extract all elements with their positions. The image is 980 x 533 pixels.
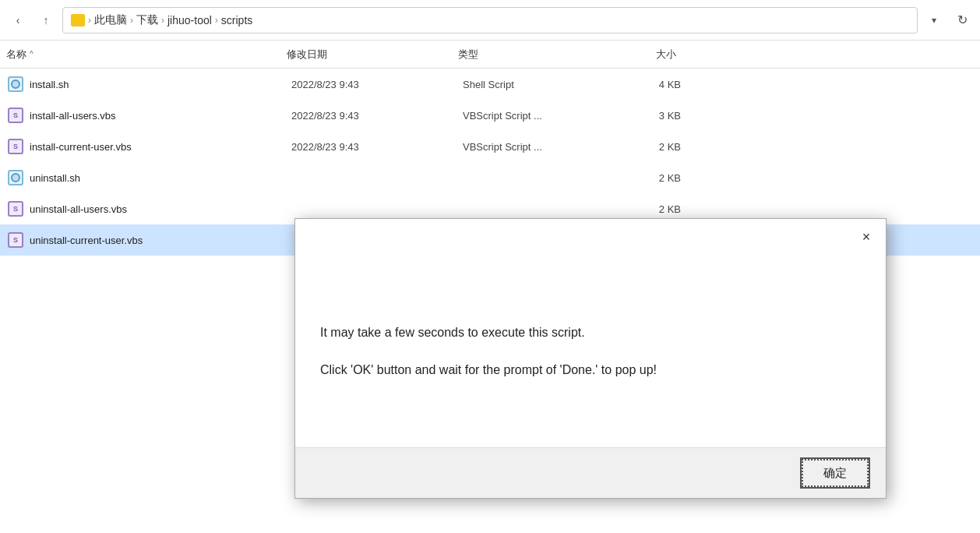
- dialog-content: It may take a few seconds to execute thi…: [295, 255, 886, 447]
- address-bar: ‹ ↑ › 此电脑 › 下载 › jihuo-tool › scripts ▾ …: [0, 0, 980, 41]
- file-type: VBScript Script ...: [463, 141, 619, 153]
- file-icon-sh: [6, 75, 25, 94]
- file-name: install-all-users.vbs: [30, 110, 291, 122]
- table-row[interactable]: uninstall.sh 2 KB: [0, 162, 980, 193]
- breadcrumb-sep-3: ›: [161, 15, 164, 26]
- sort-icon: ^: [30, 50, 33, 58]
- file-icon-vbs: [6, 106, 25, 125]
- file-icon-vbs: [6, 199, 25, 218]
- file-icon-vbs: [6, 231, 25, 249]
- breadcrumb-download[interactable]: 下载: [136, 13, 158, 27]
- file-icon-sh: [6, 168, 25, 187]
- breadcrumb-sep-4: ›: [215, 15, 218, 26]
- table-row[interactable]: install-all-users.vbs 2022/8/23 9:43 VBS…: [0, 100, 980, 131]
- column-headers: 名称 ^ 修改日期 类型 大小: [0, 41, 980, 69]
- dialog-line-1: It may take a few seconds to execute thi…: [320, 323, 861, 342]
- file-date: 2022/8/23 9:43: [291, 79, 463, 90]
- file-name: uninstall-all-users.vbs: [30, 203, 291, 215]
- breadcrumb: › 此电脑 › 下载 › jihuo-tool › scripts: [62, 7, 918, 34]
- dialog-line-2: Click 'OK' button and wait for the promp…: [320, 361, 861, 379]
- table-row[interactable]: install.sh 2022/8/23 9:43 Shell Script 4…: [0, 69, 980, 100]
- file-size: 2 KB: [619, 141, 696, 153]
- breadcrumb-sep-2: ›: [130, 15, 133, 26]
- ok-button[interactable]: 确定: [800, 457, 870, 489]
- breadcrumb-scripts[interactable]: scripts: [221, 14, 252, 26]
- col-header-type[interactable]: 类型: [458, 48, 614, 62]
- dialog-footer: 确定: [295, 447, 886, 498]
- file-name: uninstall.sh: [30, 172, 291, 184]
- file-type: Shell Script: [463, 79, 619, 90]
- breadcrumb-jihuo[interactable]: jihuo-tool: [167, 14, 212, 26]
- breadcrumb-dropdown-button[interactable]: ▾: [922, 9, 946, 32]
- file-size: 2 KB: [619, 172, 696, 184]
- file-date: 2022/8/23 9:43: [291, 110, 463, 122]
- col-header-date[interactable]: 修改日期: [287, 48, 458, 62]
- up-button[interactable]: ↑: [34, 9, 58, 32]
- folder-icon: [71, 14, 85, 26]
- file-type: VBScript Script ...: [463, 110, 619, 122]
- file-name: install.sh: [30, 79, 291, 90]
- file-size: 3 KB: [619, 110, 696, 122]
- dialog-close-button[interactable]: ×: [855, 225, 878, 249]
- back-button[interactable]: ‹: [6, 9, 30, 32]
- file-name: install-current-user.vbs: [30, 141, 291, 153]
- col-header-size[interactable]: 大小: [614, 48, 692, 62]
- dialog-title-bar: ×: [295, 219, 886, 255]
- col-header-name[interactable]: 名称 ^: [6, 48, 287, 62]
- breadcrumb-sep-1: ›: [88, 15, 91, 26]
- file-name: uninstall-current-user.vbs: [30, 235, 291, 246]
- file-date: 2022/8/23 9:43: [291, 141, 463, 153]
- dialog-box: × It may take a few seconds to execute t…: [294, 218, 887, 499]
- table-row[interactable]: install-current-user.vbs 2022/8/23 9:43 …: [0, 131, 980, 162]
- file-size: 4 KB: [619, 79, 696, 90]
- breadcrumb-thispc[interactable]: 此电脑: [94, 13, 127, 27]
- refresh-button[interactable]: ↻: [950, 9, 974, 32]
- file-icon-vbs: [6, 137, 25, 156]
- file-size: 2 KB: [619, 203, 696, 215]
